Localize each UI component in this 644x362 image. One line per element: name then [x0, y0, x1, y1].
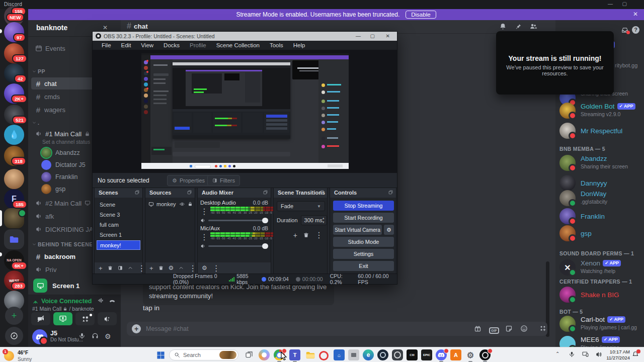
settings-taskbar-icon[interactable]: ⚙ — [465, 349, 476, 360]
scene-filters-icon[interactable] — [118, 265, 123, 270]
member-row[interactable]: Franklin — [559, 208, 640, 224]
voice-channel-location[interactable]: #1 Main Call / banknote — [32, 306, 94, 312]
remove-scene-icon[interactable] — [108, 265, 113, 271]
minimize-icon[interactable]: — — [608, 1, 613, 7]
pinned-icon[interactable] — [514, 23, 522, 30]
menu-tools[interactable]: Tools — [265, 42, 288, 48]
tray-mic-icon[interactable] — [569, 351, 575, 357]
menu-edit[interactable]: Edit — [116, 42, 136, 48]
member-row[interactable]: AbandzzSharing their screen — [559, 155, 640, 171]
voice-member[interactable]: gsp — [41, 184, 65, 194]
member-row[interactable]: Dannyyy — [559, 175, 640, 191]
volume-slider[interactable] — [208, 220, 268, 221]
activities-button[interactable] — [75, 312, 95, 325]
studio-mode-button[interactable]: Studio Mode — [333, 237, 394, 247]
server-folder[interactable] — [4, 229, 24, 249]
sticker-icon[interactable] — [505, 325, 513, 332]
category-dot[interactable]: . — [32, 120, 39, 126]
weather-widget[interactable]: 1 46°F Sunny — [4, 349, 32, 362]
filters-button[interactable]: Filters — [207, 175, 240, 186]
popout-icon[interactable] — [263, 190, 268, 195]
snip-icon[interactable] — [348, 349, 359, 360]
camera-button[interactable] — [31, 312, 50, 325]
discover-button[interactable] — [5, 327, 23, 345]
properties-button[interactable]: ⚙ Properties — [167, 175, 210, 186]
add-source-icon[interactable]: + — [149, 264, 153, 272]
voice-activity-icon[interactable] — [97, 297, 104, 304]
obs-maximize-icon[interactable]: ▢ — [370, 33, 375, 39]
help-icon[interactable]: ? — [632, 26, 639, 34]
member-row[interactable]: ✕ Xenon ✓APP Watching /help — [559, 259, 640, 276]
gift-icon[interactable] — [474, 325, 481, 332]
attach-plus-icon[interactable]: + — [132, 324, 141, 333]
member-row[interactable]: Carl-bot ✓APP Playing /games | carl.gg — [559, 316, 640, 332]
stream-running-notification[interactable]: Your stream is still running! We've paus… — [496, 31, 614, 95]
mic-icon[interactable] — [78, 332, 86, 339]
opera-icon[interactable] — [319, 351, 329, 360]
emoji-icon[interactable] — [520, 325, 528, 332]
channel-menu-icon[interactable]: ⋮ — [200, 207, 208, 216]
channel-menu-icon[interactable]: ⋮ — [200, 232, 208, 242]
transition-select[interactable]: Fade ▼ — [277, 201, 325, 211]
scene-item[interactable]: Scene — [97, 200, 140, 210]
menu-scene-collection[interactable]: Scene Collection — [211, 42, 265, 48]
scene-item[interactable]: full cam — [97, 220, 140, 230]
move-up-icon[interactable] — [179, 265, 184, 270]
steam-icon[interactable] — [377, 349, 388, 360]
tray-chevron-icon[interactable]: ⌃ — [555, 351, 559, 356]
chat-message[interactable]: tap in — [143, 304, 159, 312]
member-row[interactable]: DonWay.gg\stabcity — [559, 190, 640, 206]
teams-icon[interactable]: T — [289, 349, 300, 360]
remove-transition-icon[interactable] — [303, 232, 309, 238]
gif-icon[interactable]: GIF — [489, 325, 499, 334]
settings-button[interactable]: Settings — [333, 249, 394, 259]
a-app-icon[interactable]: A — [450, 349, 461, 360]
server-icon[interactable] — [4, 169, 24, 189]
obs-close-icon[interactable]: ✕ — [386, 33, 390, 39]
obs-preview[interactable] — [93, 50, 397, 172]
menu-docks[interactable]: Docks — [158, 42, 185, 48]
members-icon[interactable] — [529, 23, 537, 30]
headphones-icon[interactable] — [92, 332, 99, 339]
duration-spinner[interactable]: 300 ms ▲▼ — [301, 215, 327, 225]
obs-titlebar[interactable]: OBS 30.2.3 - Profile: Untitled - Scenes:… — [93, 32, 397, 41]
copilot-icon[interactable] — [259, 349, 270, 360]
xbox-icon[interactable] — [392, 349, 403, 360]
more-icon[interactable]: ⋮ — [212, 263, 220, 273]
user-avatar[interactable] — [32, 329, 47, 344]
member-row[interactable]: gsp — [559, 225, 640, 241]
popout-icon[interactable] — [319, 190, 324, 195]
move-up-icon[interactable] — [128, 265, 133, 270]
exit-button[interactable]: Exit — [333, 261, 394, 271]
ms-store-icon[interactable]: ⌂ — [334, 349, 345, 360]
add-scene-icon[interactable]: + — [99, 264, 103, 272]
spinner-arrows[interactable]: ▲▼ — [322, 216, 325, 225]
menu-profile[interactable]: Profile — [185, 42, 211, 48]
task-view-button[interactable] — [244, 349, 255, 360]
category-pp[interactable]: PP — [32, 68, 45, 74]
settings-gear-icon[interactable]: ⚙ — [105, 332, 111, 340]
popout-icon[interactable] — [388, 190, 393, 195]
voice-member[interactable]: Dictator J5 — [41, 160, 86, 170]
add-server-button[interactable]: + — [5, 307, 23, 325]
source-item[interactable]: monkey — [148, 201, 193, 207]
advanced-audio-icon[interactable]: ⚙ — [202, 264, 207, 272]
scene-item[interactable]: Screen 1 — [97, 230, 140, 240]
stop-streaming-button[interactable]: Stop Streaming — [333, 201, 394, 211]
banner-close-icon[interactable]: ✕ — [633, 11, 638, 18]
popout-icon[interactable] — [187, 190, 192, 195]
scene-item-selected[interactable]: monkey! — [97, 240, 140, 250]
scene-item[interactable]: Scene 3 — [97, 210, 140, 220]
member-row[interactable]: Mr Respectful — [559, 123, 640, 139]
start-button[interactable] — [155, 349, 166, 360]
notifications-icon[interactable] — [499, 23, 507, 30]
channel-status-hint[interactable]: Set a channel status ✎ — [42, 139, 97, 145]
cod-icon[interactable]: CIII — [407, 349, 418, 360]
add-transition-icon[interactable]: + — [293, 231, 297, 239]
category-behind-the-scenes[interactable]: BEHIND THE SCENES — [32, 241, 97, 247]
edge-icon[interactable]: e — [363, 349, 374, 360]
disable-button[interactable]: Disable — [406, 11, 436, 19]
server-header-close-icon[interactable]: ✕ — [103, 24, 108, 31]
member-row-golden-bot[interactable]: Golden Bot ✓APP Streaming v2.9.0 — [559, 103, 640, 119]
maximize-icon[interactable]: ▢ — [622, 1, 627, 7]
